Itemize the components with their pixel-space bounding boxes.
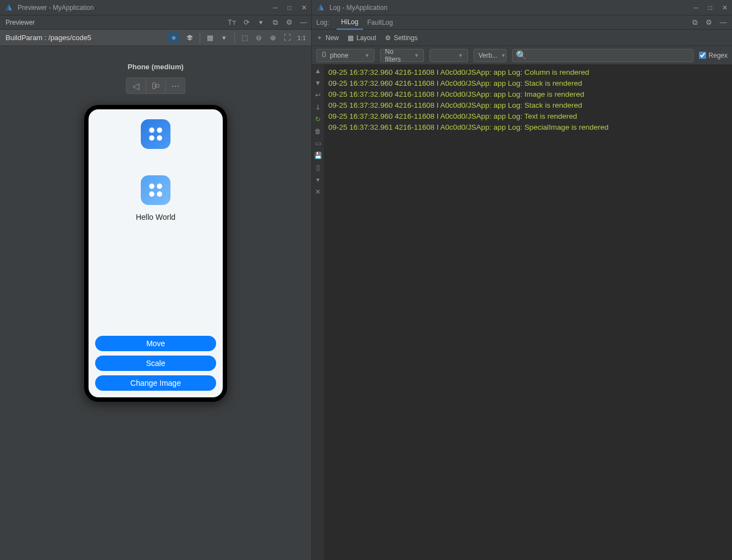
device-dropdown-value: phone (330, 52, 348, 59)
close-icon[interactable]: ✕ (314, 188, 322, 196)
move-button[interactable]: Move (95, 336, 216, 351)
filter-icon[interactable]: ▾ (256, 18, 265, 27)
export-icon[interactable]: ▭ (314, 140, 322, 147)
chevron-down-icon: ▼ (501, 53, 506, 58)
gear-icon[interactable]: ⚙ (705, 18, 713, 27)
svg-point-5 (157, 127, 162, 133)
chevron-down-icon: ▼ (458, 53, 463, 58)
separator (200, 33, 200, 43)
grid-icon[interactable]: ▦ (206, 34, 214, 42)
scroll-up-icon[interactable]: ▲ (314, 67, 322, 75)
collapse-icon[interactable]: — (299, 18, 308, 27)
inspect-toggle-icon[interactable] (168, 32, 180, 44)
refresh-icon[interactable]: ⟳ (242, 18, 251, 27)
more-icon[interactable]: ⋯ (166, 77, 185, 94)
zoom-reset-button[interactable]: 1:1 (298, 34, 306, 42)
funnel-icon[interactable]: ▾ (314, 176, 322, 184)
log-gutter: ▲ ▼ ↩ ⤓ ↻ 🗑 ▭ 💾 ▯ ▾ ✕ (312, 65, 324, 560)
change-image-button[interactable]: Change Image (95, 375, 216, 391)
log-search-input[interactable] (529, 52, 690, 59)
svg-point-8 (149, 184, 155, 189)
device-label: Phone (medium) (128, 63, 184, 71)
filter-dropdown[interactable]: No filters ▼ (380, 49, 424, 62)
crop-icon[interactable]: ⬚ (240, 34, 249, 42)
wrap-icon[interactable]: ↩ (314, 91, 322, 99)
device-dropdown[interactable]: phone ▼ (316, 49, 375, 62)
external-window-icon[interactable]: ⧉ (690, 18, 699, 27)
previewer-panel: Previewer - MyApplication ─ □ ✕ Previewe… (0, 0, 312, 560)
new-button[interactable]: ＋ New (316, 33, 339, 42)
plus-icon: ＋ (316, 33, 323, 42)
layers-icon[interactable] (185, 34, 194, 42)
app-logo-icon (316, 3, 325, 12)
window-controls: ─ □ ✕ (273, 4, 307, 12)
svg-point-11 (157, 191, 162, 197)
previewer-title: Previewer - MyApplication (18, 4, 273, 12)
log-body: ▲ ▼ ↩ ⤓ ↻ 🗑 ▭ 💾 ▯ ▾ ✕ 09-25 16:37:32.960… (312, 65, 732, 560)
log-line: 09-25 16:37:32.960 4216-11608 I A0c0d0/J… (328, 89, 728, 100)
close-button[interactable]: ✕ (722, 4, 728, 12)
chevron-down-icon: ▼ (365, 53, 370, 58)
device-toolbar: ◁ ⋯ (126, 77, 185, 94)
log-line: 09-25 16:37:32.960 4216-11608 I A0c0d0/J… (328, 78, 728, 89)
chevron-down-icon[interactable]: ▾ (220, 34, 229, 42)
phone-screen: Hello World Move Scale Change Image (89, 109, 223, 397)
separator (234, 33, 235, 43)
log-line: 09-25 16:37:32.960 4216-11608 I A0c0d0/J… (328, 111, 728, 122)
maximize-button[interactable]: □ (288, 4, 291, 12)
minimize-button[interactable]: ─ (694, 4, 698, 12)
save-icon[interactable]: 💾 (314, 152, 322, 159)
zoom-in-icon[interactable]: ⊕ (269, 34, 278, 42)
previewer-tab[interactable]: Previewer (3, 19, 37, 26)
tab-faultlog[interactable]: FaultLog (363, 16, 398, 29)
level-dropdown-value: Verb... (478, 52, 498, 59)
gear-icon[interactable]: ⚙ (285, 18, 294, 27)
scroll-end-icon[interactable]: ⤓ (314, 103, 322, 111)
settings-button[interactable]: ⚙ Settings (385, 34, 417, 42)
tag-dropdown[interactable]: ▼ (430, 49, 468, 62)
log-title: Log - MyApplication (329, 4, 694, 12)
trash-icon[interactable]: 🗑 (314, 127, 322, 135)
maximize-button[interactable]: □ (708, 4, 712, 12)
minimize-button[interactable]: ─ (273, 4, 278, 12)
tab-hilog[interactable]: HiLog (337, 15, 362, 30)
previewer-titlebar: Previewer - MyApplication ─ □ ✕ (0, 0, 311, 15)
scale-button[interactable]: Scale (95, 356, 216, 371)
level-dropdown[interactable]: Verb... ▼ (474, 49, 507, 62)
layout-button[interactable]: ▦ Layout (348, 34, 376, 42)
log-line: 09-25 16:37:32.961 4216-11608 I A0c0d0/J… (328, 122, 728, 133)
log-toolbar: ＋ New ▦ Layout ⚙ Settings (312, 30, 732, 46)
window-controls: ─ □ ✕ (694, 4, 728, 12)
app-icon-2 (141, 175, 170, 205)
chevron-down-icon: ▼ (414, 53, 419, 58)
preview-area: Phone (medium) ◁ ⋯ Hello World Move Sc (0, 46, 311, 560)
grid-icon: ▦ (348, 34, 354, 42)
back-icon[interactable]: ◁ (126, 77, 146, 94)
collapse-icon[interactable]: — (719, 18, 728, 27)
log-lines[interactable]: 09-25 16:37:32.960 4216-11608 I A0c0d0/J… (324, 65, 732, 560)
new-label: New (326, 34, 339, 42)
font-size-icon[interactable]: Tᴛ (228, 18, 236, 27)
scroll-down-icon[interactable]: ▼ (314, 79, 322, 87)
buildparam-text: BuildParam : /pages/code5 (5, 34, 91, 42)
device-icon[interactable]: ▯ (314, 164, 322, 171)
app-icon-1 (141, 119, 170, 149)
rotate-icon[interactable] (146, 77, 166, 94)
log-search-box[interactable]: 🔍 (512, 49, 694, 62)
regex-checkbox-input[interactable] (699, 52, 706, 59)
zoom-out-icon[interactable]: ⊖ (255, 34, 263, 42)
log-titlebar: Log - MyApplication ─ □ ✕ (312, 0, 732, 15)
log-line: 09-25 16:37:32.960 4216-11608 I A0c0d0/J… (328, 67, 728, 78)
external-window-icon[interactable]: ⧉ (271, 18, 279, 27)
svg-point-6 (149, 135, 155, 141)
filter-dropdown-value: No filters (385, 48, 411, 63)
phone-frame: Hello World Move Scale Change Image (84, 105, 227, 402)
fullscreen-icon[interactable]: ⛶ (283, 34, 292, 42)
regex-checkbox[interactable]: Regex (699, 52, 728, 59)
restart-icon[interactable]: ↻ (314, 115, 322, 123)
app-logo-icon (4, 3, 13, 12)
search-icon: 🔍 (516, 50, 527, 60)
svg-point-10 (149, 191, 155, 197)
close-button[interactable]: ✕ (301, 4, 307, 12)
settings-label: Settings (394, 34, 417, 42)
